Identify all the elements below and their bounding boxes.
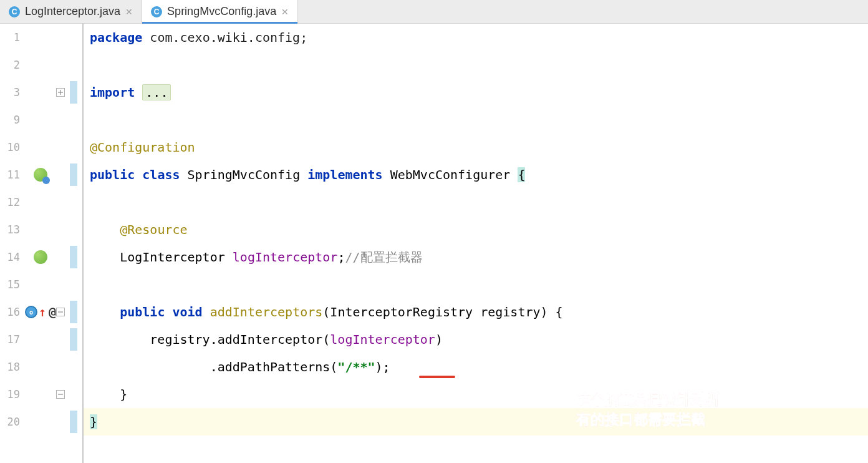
tab-springmvcconfig[interactable]: C SpringMvcConfig.java ✕: [142, 0, 298, 23]
close-icon[interactable]: ✕: [281, 7, 289, 17]
change-marker: [70, 301, 77, 323]
user-annotation: 这个的意思是说针对所 有的接口都需要拦截: [576, 389, 720, 429]
java-class-icon: C: [151, 6, 162, 17]
line-number: 14: [0, 243, 20, 271]
fold-collapse-icon[interactable]: [56, 308, 65, 316]
line-number: 17: [0, 326, 20, 353]
line-number: 9: [0, 106, 20, 134]
change-marker: [70, 163, 77, 186]
code-line[interactable]: import ...: [84, 79, 868, 106]
code-area[interactable]: package com.cexo.wiki.config; import ...…: [82, 24, 868, 463]
line-number: 18: [0, 353, 20, 381]
code-line[interactable]: [84, 271, 868, 298]
tab-label: SpringMvcConfig.java: [167, 5, 276, 18]
code-line[interactable]: [84, 188, 868, 216]
code-line[interactable]: }: [84, 408, 868, 436]
line-number: 3: [0, 79, 20, 106]
line-number: 20: [0, 408, 20, 436]
red-underline: [419, 376, 455, 378]
line-number: [0, 436, 20, 463]
code-line[interactable]: [84, 106, 868, 134]
code-line[interactable]: public class SpringMvcConfig implements …: [84, 161, 868, 188]
change-marker: [70, 81, 77, 104]
line-number: 11: [0, 161, 20, 188]
spring-bean-icon[interactable]: [34, 168, 47, 182]
code-line[interactable]: [84, 436, 868, 463]
fold-gutter: [56, 24, 82, 463]
code-line[interactable]: @Resource: [84, 216, 868, 243]
tab-loginterceptor[interactable]: C LogInterceptor.java ✕: [0, 0, 142, 23]
line-number: 1: [0, 24, 20, 51]
change-marker: [70, 328, 77, 351]
code-line[interactable]: package com.cexo.wiki.config;: [84, 24, 868, 51]
tab-label: LogInterceptor.java: [25, 5, 120, 18]
line-number: 2: [0, 51, 20, 79]
line-number: 16: [0, 298, 20, 326]
code-line[interactable]: .addPathPatterns("/**");: [84, 353, 868, 381]
code-line[interactable]: public void addInterceptors(InterceptorR…: [84, 298, 868, 326]
change-marker: [70, 411, 77, 433]
line-number: 10: [0, 134, 20, 161]
code-editor[interactable]: 1 2 3 9 10 11 12 13 14 15 16 17 18 19 20…: [0, 24, 868, 463]
code-line[interactable]: @Configuration: [84, 134, 868, 161]
code-line[interactable]: [84, 51, 868, 79]
folded-region[interactable]: ...: [142, 84, 171, 100]
line-number: 13: [0, 216, 20, 243]
java-class-icon: C: [9, 6, 20, 17]
fold-expand-icon[interactable]: [56, 88, 65, 97]
close-icon[interactable]: ✕: [125, 7, 133, 17]
override-icon[interactable]: o↑@: [25, 305, 56, 319]
editor-tabs: C LogInterceptor.java ✕ C SpringMvcConfi…: [0, 0, 868, 24]
code-line[interactable]: registry.addInterceptor(logInterceptor): [84, 326, 868, 353]
change-marker: [70, 246, 77, 268]
line-number: 12: [0, 188, 20, 216]
line-number-gutter: 1 2 3 9 10 11 12 13 14 15 16 17 18 19 20: [0, 24, 25, 463]
code-line[interactable]: }: [84, 381, 868, 408]
spring-icon[interactable]: [34, 250, 47, 264]
line-number: 15: [0, 271, 20, 298]
code-line[interactable]: LogInterceptor logInterceptor;//配置拦截器: [84, 243, 868, 271]
gutter-icons: o↑@: [25, 24, 56, 463]
fold-collapse-icon[interactable]: [56, 390, 65, 399]
line-number: 19: [0, 381, 20, 408]
